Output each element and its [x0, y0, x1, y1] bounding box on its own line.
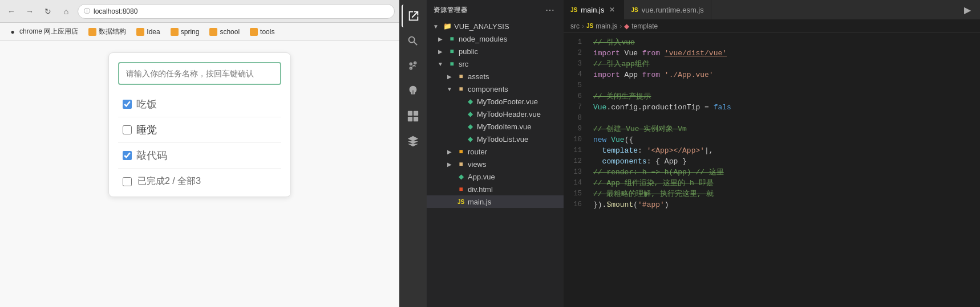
- div-html-file[interactable]: ■ div.html: [427, 183, 564, 195]
- vue-file-icon: ◆: [465, 109, 475, 118]
- bookmark-idea[interactable]: Idea: [133, 27, 163, 37]
- vue-file-icon: ◆: [465, 97, 475, 106]
- html-file-icon: ■: [456, 185, 465, 194]
- tab-close-button[interactable]: ✕: [608, 5, 617, 14]
- main-js-file[interactable]: JS main.js: [427, 195, 564, 208]
- expand-icon: ▶: [436, 47, 445, 56]
- views-folder[interactable]: ▶ ■ views: [427, 158, 564, 170]
- code-line-8: [593, 113, 980, 124]
- breadcrumb-src: src: [570, 22, 580, 30]
- my-todo-header-file[interactable]: ◆ MyTodoHeader.vue: [427, 108, 564, 120]
- folder-icon: [88, 28, 96, 36]
- code-line-1: // 引入vue: [593, 37, 980, 48]
- router-folder[interactable]: ▶ ■ router: [427, 145, 564, 158]
- todo-count: 已完成2 / 全部3: [137, 175, 201, 187]
- editor-tabs: JS main.js ✕ JS vue.runtime.esm.js ▶: [564, 0, 980, 20]
- code-editor: JS main.js ✕ JS vue.runtime.esm.js ▶ src…: [564, 0, 980, 307]
- tree-item-label: router: [468, 148, 487, 156]
- home-button[interactable]: ⌂: [59, 5, 73, 18]
- tab-vue-runtime[interactable]: JS vue.runtime.esm.js: [624, 0, 711, 19]
- bookmark-spring[interactable]: spring: [167, 27, 203, 37]
- line-num: 9: [564, 124, 582, 134]
- public-folder-icon: ■: [447, 47, 456, 56]
- tab-label: vue.runtime.esm.js: [642, 6, 704, 14]
- code-line-11: template: '<App></App>'|,: [593, 145, 980, 156]
- bookmark-label: chrome 网上应用店: [19, 27, 78, 36]
- assets-folder[interactable]: ▶ ■ assets: [427, 70, 564, 83]
- expand-icon: ▼: [431, 22, 440, 31]
- reload-button[interactable]: ↻: [41, 5, 55, 18]
- sidebar-header: 资源管理器 ⋯: [427, 0, 564, 20]
- file-tree: ▼ 📁 VUE_ANALYSIS ▶ ■ node_modules ▶ ■ pu…: [427, 20, 564, 307]
- bookmark-tools[interactable]: tools: [246, 27, 278, 37]
- todo-input[interactable]: [118, 62, 281, 85]
- vue-file-icon: ◆: [465, 134, 475, 144]
- activity-search[interactable]: [402, 30, 424, 52]
- code-line-13: // render: h => h(App) // 这里: [593, 167, 980, 178]
- bookmark-school[interactable]: school: [206, 27, 243, 37]
- sidebar-more-button[interactable]: ⋯: [543, 3, 557, 17]
- tree-item-label: components: [468, 85, 508, 93]
- spacer: [445, 185, 454, 194]
- tree-item-label: assets: [468, 72, 489, 81]
- file-explorer-sidebar: 资源管理器 ⋯ ▼ 📁 VUE_ANALYSIS ▶ ■ node_module…: [427, 0, 564, 307]
- code-line-9: // 创建 Vue 实例对象 Vm: [593, 124, 980, 134]
- line-num: 11: [564, 145, 582, 156]
- spacer: [445, 197, 454, 206]
- breadcrumb-template-icon: ◆: [624, 22, 629, 30]
- run-button[interactable]: ▶: [959, 5, 975, 15]
- code-line-12: components: { App }: [593, 156, 980, 167]
- src-folder[interactable]: ▼ ■ src: [427, 58, 564, 70]
- activity-extensions[interactable]: [402, 105, 424, 128]
- back-button[interactable]: ←: [5, 5, 18, 18]
- tree-item-label: MyTodoHeader.vue: [477, 110, 541, 118]
- code-content[interactable]: // 引入vue import Vue from 'vue/dist/vue' …: [586, 32, 980, 307]
- router-folder-icon: ■: [456, 147, 465, 156]
- todo-footer: 已完成2 / 全部3: [118, 169, 281, 187]
- line-num: 14: [564, 178, 582, 189]
- todo-checkbox-3[interactable]: [123, 151, 132, 160]
- bookmark-data-structure[interactable]: 数据结构: [85, 26, 129, 38]
- project-root[interactable]: ▼ 📁 VUE_ANALYSIS: [427, 20, 564, 32]
- code-line-4: import App from './App.vue': [593, 69, 980, 80]
- activity-source-control[interactable]: [402, 55, 424, 77]
- bookmarks-bar: ● chrome 网上应用店 数据结构 Idea spring school t…: [0, 23, 399, 41]
- list-item: 敲代码: [118, 143, 281, 169]
- line-num: 12: [564, 156, 582, 167]
- breadcrumb-file: main.js: [596, 22, 617, 30]
- activity-debug[interactable]: [402, 80, 424, 103]
- tab-main-js[interactable]: JS main.js ✕: [564, 0, 624, 19]
- list-item: 睡觉: [118, 117, 281, 143]
- line-num: 8: [564, 113, 582, 124]
- line-num: 1: [564, 37, 582, 48]
- svg-rect-0: [408, 111, 412, 116]
- app-vue-file[interactable]: ◆ App.vue: [427, 170, 564, 183]
- address-text: localhost:8080: [94, 7, 137, 15]
- todo-text-1: 吃饭: [136, 97, 157, 111]
- line-num: 13: [564, 167, 582, 178]
- activity-explorer[interactable]: [402, 5, 424, 27]
- my-todo-list-file[interactable]: ◆ MyTodoList.vue: [427, 133, 564, 145]
- address-bar[interactable]: ⓘ localhost:8080: [78, 4, 395, 19]
- my-todo-item-file[interactable]: ◆ MyTodoItem.vue: [427, 120, 564, 133]
- todo-checkbox-1[interactable]: [123, 100, 132, 109]
- forward-button[interactable]: →: [23, 5, 37, 18]
- line-num: 15: [564, 189, 582, 199]
- svg-rect-1: [414, 111, 418, 116]
- tree-item-label: MyTodoFooter.vue: [477, 97, 538, 106]
- components-folder[interactable]: ▼ ■ components: [427, 83, 564, 95]
- todo-checkbox-2[interactable]: [123, 125, 132, 134]
- spacer: [445, 172, 454, 181]
- bookmark-label: school: [220, 28, 240, 36]
- spacer: [454, 109, 463, 118]
- my-todo-footer-file[interactable]: ◆ MyTodoFooter.vue: [427, 95, 564, 108]
- all-done-checkbox[interactable]: [123, 177, 132, 186]
- svg-rect-2: [408, 117, 412, 121]
- todo-app: 吃饭 睡觉 敲代码 已完成2 / 全部3: [108, 52, 291, 197]
- bookmark-chrome[interactable]: ● chrome 网上应用店: [5, 26, 82, 38]
- activity-remote[interactable]: [402, 130, 424, 153]
- node-modules-folder[interactable]: ▶ ■ node_modules: [427, 32, 564, 45]
- public-folder[interactable]: ▶ ■ public: [427, 45, 564, 58]
- tree-item-label: src: [459, 60, 468, 68]
- folder-icon: [136, 28, 144, 36]
